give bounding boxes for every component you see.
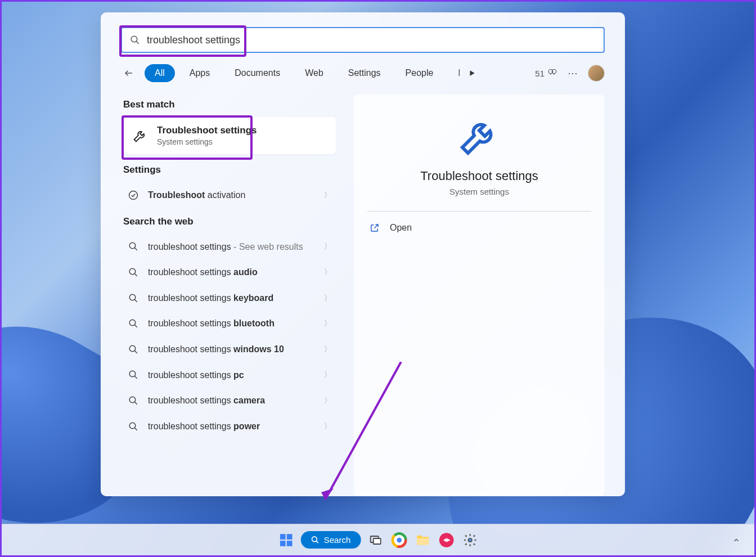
svg-rect-39 [417, 538, 429, 545]
chevron-right-icon: 〉 [324, 293, 331, 303]
search-icon [128, 369, 139, 380]
result-text: troubleshoot settings bluetooth [148, 317, 315, 330]
web-result-item[interactable]: troubleshoot settings power〉 [123, 414, 336, 439]
divider [367, 211, 591, 212]
settings-result-item[interactable]: Troubleshoot activation〉 [123, 182, 336, 208]
open-action[interactable]: Open [367, 214, 591, 242]
windows-search-panel: AllAppsDocumentsWebSettingsPeopleFolders… [101, 12, 625, 496]
search-icon [128, 421, 139, 432]
svg-point-0 [131, 36, 137, 42]
svg-point-9 [129, 268, 136, 275]
search-icon [128, 344, 139, 355]
search-icon [128, 267, 139, 278]
filter-tab-apps[interactable]: Apps [179, 64, 220, 82]
web-result-item[interactable]: troubleshoot settings bluetooth〉 [123, 311, 336, 336]
web-result-item[interactable]: troubleshoot settings keyboard〉 [123, 285, 336, 311]
best-match-item[interactable]: Troubleshoot settings System settings [123, 117, 336, 154]
filter-tab-documents[interactable]: Documents [224, 64, 290, 82]
filter-tab-settings[interactable]: Settings [338, 64, 391, 82]
svg-line-14 [134, 325, 137, 327]
search-icon [128, 241, 139, 252]
start-button[interactable] [277, 531, 295, 549]
web-result-item[interactable]: troubleshoot settings camera〉 [123, 388, 336, 414]
chevron-right-icon: 〉 [324, 318, 331, 329]
folder-icon [415, 532, 430, 548]
web-result-item[interactable]: troubleshoot settings pc〉 [123, 362, 336, 388]
taskbar: Search [2, 524, 754, 555]
result-text: troubleshoot settings audio [148, 266, 315, 278]
result-text: Troubleshoot activation [148, 189, 315, 201]
play-icon [468, 69, 476, 77]
chevron-right-icon: 〉 [324, 190, 331, 200]
section-settings: Settings [123, 164, 336, 176]
svg-point-41 [468, 538, 472, 542]
svg-marker-3 [470, 70, 475, 75]
chevron-up-icon [732, 536, 740, 544]
user-avatar[interactable] [588, 65, 605, 82]
chevron-right-icon: 〉 [324, 344, 331, 354]
best-match-subtitle: System settings [157, 137, 257, 146]
file-explorer-app[interactable] [413, 531, 431, 549]
svg-point-15 [129, 345, 136, 352]
search-input[interactable] [147, 34, 596, 46]
svg-line-18 [134, 376, 137, 379]
filter-tabs-row: AllAppsDocumentsWebSettingsPeopleFolders… [101, 61, 625, 86]
best-match-title: Troubleshoot settings [157, 125, 257, 136]
result-text: troubleshoot settings - See web results [148, 241, 315, 253]
web-result-item[interactable]: troubleshoot settings windows 10〉 [123, 336, 336, 362]
svg-point-6 [129, 191, 138, 199]
chevron-right-icon: 〉 [324, 241, 331, 251]
svg-line-20 [134, 402, 137, 405]
svg-point-17 [129, 371, 136, 378]
arrow-left-icon [124, 68, 134, 78]
search-icon [128, 293, 139, 304]
task-view-button[interactable] [366, 531, 384, 549]
chevron-right-icon: 〉 [324, 370, 331, 380]
filter-tab-people[interactable]: People [395, 64, 444, 82]
result-text: troubleshoot settings camera [148, 394, 315, 407]
detail-panel: Troubleshoot settings System settings Op… [354, 95, 605, 496]
filter-tab-all[interactable]: All [145, 64, 175, 82]
filter-tab-web[interactable]: Web [295, 64, 334, 82]
svg-rect-28 [287, 541, 292, 546]
rewards-points[interactable]: 51 [535, 68, 557, 78]
pinned-app[interactable] [437, 531, 455, 549]
taskbar-search-label: Search [324, 535, 351, 545]
svg-line-16 [134, 351, 137, 353]
taskbar-search-button[interactable]: Search [301, 531, 361, 549]
task-view-icon [368, 533, 382, 547]
back-button[interactable] [121, 65, 137, 81]
svg-point-11 [129, 294, 136, 300]
web-result-item[interactable]: troubleshoot settings audio〉 [123, 259, 336, 285]
svg-point-13 [129, 320, 136, 326]
result-text: troubleshoot settings power [148, 420, 315, 433]
filter-tab-folders[interactable]: Folders [448, 64, 460, 82]
chrome-app[interactable] [390, 531, 408, 549]
filter-scroll-right[interactable] [464, 65, 480, 81]
settings-app[interactable] [461, 531, 479, 549]
svg-rect-25 [280, 534, 286, 540]
svg-point-21 [129, 423, 136, 429]
open-label: Open [390, 223, 412, 233]
result-text: troubleshoot settings keyboard [148, 292, 315, 304]
show-hidden-icons[interactable] [730, 533, 743, 547]
chrome-icon [391, 532, 407, 548]
gear-icon [462, 533, 477, 547]
search-icon [128, 395, 139, 406]
svg-line-30 [316, 541, 318, 543]
svg-rect-27 [280, 541, 286, 546]
web-result-item[interactable]: troubleshoot settings - See web results〉 [123, 234, 336, 260]
result-text: troubleshoot settings windows 10 [148, 343, 315, 356]
app-icon [438, 532, 454, 548]
windows-logo-icon [279, 533, 294, 547]
chevron-right-icon: 〉 [324, 421, 331, 432]
section-best-match: Best match [123, 99, 336, 110]
svg-line-22 [134, 428, 137, 430]
svg-point-19 [129, 397, 136, 403]
svg-line-8 [134, 248, 137, 251]
chevron-right-icon: 〉 [324, 396, 331, 406]
svg-rect-32 [373, 538, 380, 544]
svg-rect-26 [287, 534, 292, 540]
more-options-button[interactable]: ⋯ [565, 65, 580, 82]
search-bar[interactable] [121, 27, 605, 53]
